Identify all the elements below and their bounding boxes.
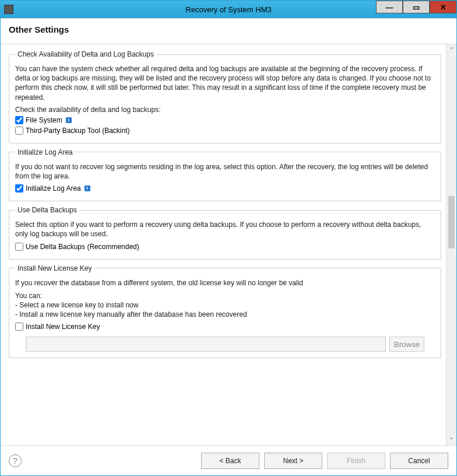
group-initialize-log: Initialize Log Area If you do not want t… — [9, 148, 441, 201]
group-license: Install New License Key If you recover t… — [9, 264, 441, 359]
next-button[interactable]: Next > — [264, 453, 322, 469]
license-line3: - Select a new license key to install no… — [15, 300, 435, 310]
minimize-button[interactable]: — — [376, 1, 403, 13]
dialog-window: Recovery of System HM3 — ▭ ✕ Other Setti… — [0, 0, 457, 476]
checkbox-use-delta-row[interactable]: Use Delta Backups (Recommended) — [15, 243, 435, 251]
group-desc: Select this option if you want to perfor… — [15, 220, 435, 239]
checkbox-file-system-row[interactable]: File System i — [15, 116, 435, 124]
checkbox-backint[interactable] — [15, 127, 23, 135]
group-desc: You can have the system check whether al… — [15, 64, 435, 102]
browse-button: Browse — [389, 337, 424, 352]
license-line2: You can: — [15, 291, 435, 300]
maximize-button[interactable]: ▭ — [403, 1, 430, 13]
scroll-thumb[interactable] — [448, 196, 455, 249]
group-legend: Initialize Log Area — [15, 148, 75, 156]
scroll-up-icon[interactable]: ˄ — [447, 44, 456, 55]
group-subdesc: Check the availability of delta and log … — [15, 106, 435, 114]
license-line4: - Install a new license key manually aft… — [15, 310, 435, 319]
close-button[interactable]: ✕ — [430, 1, 456, 13]
content: Other Settings Check Availability of Del… — [1, 18, 456, 475]
checkbox-use-delta[interactable] — [15, 243, 23, 251]
checkbox-license-row[interactable]: Install New License Key — [15, 323, 435, 331]
info-icon[interactable]: i — [66, 117, 72, 123]
checkbox-file-system[interactable] — [15, 116, 23, 124]
checkbox-init-log[interactable] — [15, 184, 23, 192]
app-icon — [4, 5, 13, 14]
group-desc: If you do not want to recover log segmen… — [15, 162, 435, 181]
group-legend: Check Availability of Delta and Log Back… — [15, 50, 156, 58]
back-button[interactable]: < Back — [201, 453, 259, 469]
help-icon[interactable]: ? — [9, 454, 22, 467]
info-icon[interactable]: i — [85, 186, 90, 191]
group-check-availability: Check Availability of Delta and Log Back… — [9, 50, 441, 144]
cancel-button[interactable]: Cancel — [390, 453, 448, 469]
checkbox-init-log-label: Initialize Log Area — [26, 184, 81, 192]
scroll-region: Check Availability of Delta and Log Back… — [1, 44, 456, 445]
checkbox-license[interactable] — [15, 323, 23, 331]
checkbox-backint-row[interactable]: Third-Party Backup Tool (Backint) — [15, 127, 435, 135]
checkbox-file-system-label: File System — [26, 116, 62, 124]
checkbox-license-label: Install New License Key — [26, 323, 100, 331]
vertical-scrollbar[interactable]: ˄ ˅ — [446, 44, 456, 445]
checkbox-init-log-row[interactable]: Initialize Log Area i — [15, 184, 435, 192]
window-buttons: — ▭ ✕ — [376, 1, 456, 18]
checkbox-backint-label: Third-Party Backup Tool (Backint) — [26, 127, 130, 135]
group-legend: Install New License Key — [15, 264, 94, 272]
license-path-input — [26, 337, 386, 352]
license-line1: If you recover the database from a diffe… — [15, 278, 435, 288]
group-legend: Use Delta Backups — [15, 206, 79, 214]
titlebar[interactable]: Recovery of System HM3 — ▭ ✕ — [1, 1, 456, 18]
checkbox-use-delta-label: Use Delta Backups (Recommended) — [26, 243, 139, 251]
license-path-row: Browse — [15, 337, 435, 352]
scroll-down-icon[interactable]: ˅ — [447, 435, 456, 445]
group-use-delta: Use Delta Backups Select this option if … — [9, 206, 441, 259]
scroll-body: Check Availability of Delta and Log Back… — [1, 44, 446, 445]
wizard-footer: ? < Back Next > Finish Cancel — [1, 445, 456, 475]
finish-button: Finish — [327, 453, 385, 469]
page-heading: Other Settings — [1, 19, 456, 44]
